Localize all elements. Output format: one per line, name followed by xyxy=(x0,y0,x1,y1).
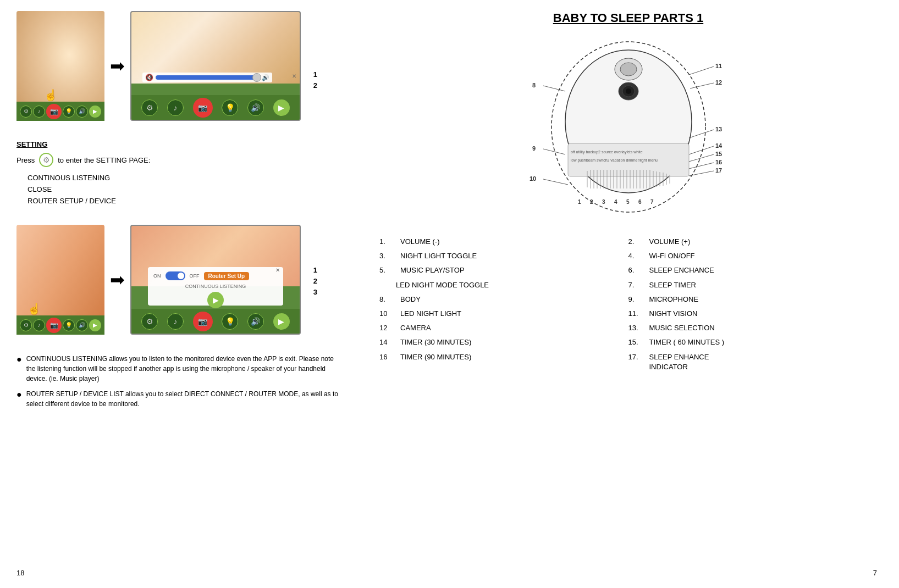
press-suffix: to enter the SETTING PAGE: xyxy=(58,156,150,164)
arrow-right-icon: ➡ xyxy=(110,56,125,76)
bottom-screenshot-row: ⚙ ♪ 📷 💡 🔊 ▶ ☝ ➡ ON OFF R xyxy=(16,225,341,335)
svg-line-45 xyxy=(690,83,714,88)
bullet-item-2: ● ROUTER SETUP / DEVICE LIST allows you … xyxy=(16,389,341,409)
svg-text:9: 9 xyxy=(532,145,536,152)
label-b1: 1 xyxy=(313,266,317,274)
svg-line-57 xyxy=(543,86,565,91)
part-5: 5. MUSIC PLAY/STOP xyxy=(379,265,628,275)
svg-text:3: 3 xyxy=(602,199,605,205)
part-6: 6. SLEEP ENCHANCE xyxy=(628,265,878,275)
bullet-dot-2: ● xyxy=(16,389,22,400)
right-panel: BABY TO SLEEP PARTS 1 off utility back xyxy=(357,0,899,588)
svg-text:4: 4 xyxy=(614,199,617,205)
parts-col-left: 1. VOLUME (-) 3. NIGHT LIGHT TOGGLE 5. M… xyxy=(379,237,628,372)
svg-point-3 xyxy=(620,63,637,76)
part-17: 17. SLEEP ENHANCEINDICATOR xyxy=(628,352,878,372)
svg-text:10: 10 xyxy=(530,175,536,182)
svg-line-53 xyxy=(689,163,714,169)
setting-press-row: Press ⚙ to enter the SETTING PAGE: xyxy=(16,153,341,167)
part-8: 8. BODY xyxy=(379,295,628,304)
bullet-section: ● CONTINUOUS LISTENING allows you to lis… xyxy=(16,354,341,414)
svg-line-61 xyxy=(543,179,568,185)
part-3: 3. NIGHT LIGHT TOGGLE xyxy=(379,251,628,261)
part-9: 9. MICROPHONE xyxy=(628,295,878,304)
setting-section: SETTING Press ⚙ to enter the SETTING PAG… xyxy=(16,140,341,208)
svg-text:low   pushbeam   switch2   vac: low pushbeam switch2 vacation dimmer/lig… xyxy=(571,158,658,163)
device-svg: off utility backup2 source overlayfcts w… xyxy=(491,36,766,218)
label-1: 1 xyxy=(313,70,317,79)
page-number-left: 18 xyxy=(16,569,341,577)
part-14: 14 TIMER (30 MINUTES) xyxy=(379,337,628,347)
bullet-text-2: ROUTER SETUP / DEVICE LIST allows you to… xyxy=(26,389,341,409)
bullet-text-1: CONTINUOUS LISTENING allows you to liste… xyxy=(26,354,341,384)
setting-item-3: ROUTER SETUP / DEVICE xyxy=(27,197,341,205)
svg-line-49 xyxy=(689,146,714,154)
label-b3: 3 xyxy=(313,288,317,296)
label-2: 2 xyxy=(313,81,317,90)
top-screenshot-row: ⚙ ♪ 📷 💡 🔊 ▶ ☝ ➡ 🔇 🔊 xyxy=(16,11,341,121)
gear-icon: ⚙ xyxy=(39,153,53,167)
part-13: 13. MUSIC SELECTION xyxy=(628,323,878,333)
part-11: 11. NIGHT VISION xyxy=(628,309,878,319)
svg-text:17: 17 xyxy=(715,167,722,174)
svg-point-6 xyxy=(626,88,631,94)
part-7: 7. SLEEP TIMER xyxy=(628,280,878,290)
device-diagram: off utility backup2 source overlayfcts w… xyxy=(379,36,877,218)
svg-text:12: 12 xyxy=(715,79,722,86)
part-15: 15. TIMER ( 60 MINUTES ) xyxy=(628,337,878,347)
svg-text:off   utility   backup2   sour: off utility backup2 source overlayfcts w… xyxy=(571,150,643,154)
part-1: 1. VOLUME (-) xyxy=(379,237,628,247)
svg-text:8: 8 xyxy=(532,82,536,88)
setting-list: CONTINOUS LISTENING CLOSE ROUTER SETUP /… xyxy=(27,174,341,205)
svg-line-47 xyxy=(689,130,714,138)
svg-text:16: 16 xyxy=(715,159,722,165)
page-title: BABY TO SLEEP PARTS 1 xyxy=(379,11,877,25)
bullet-item-1: ● CONTINUOUS LISTENING allows you to lis… xyxy=(16,354,341,384)
label-b2: 2 xyxy=(313,277,317,285)
bullet-dot-1: ● xyxy=(16,354,22,364)
page-number-right: 7 xyxy=(379,569,877,577)
part-5b: LED NIGHT MODE TOGGLE xyxy=(396,280,628,290)
part-10: 10 LED NIGHT LIGHT xyxy=(379,309,628,319)
parts-col-right: 2. VOLUME (+) 4. Wi-Fi ON/OFF 6. SLEEP E… xyxy=(628,237,878,372)
part-12: 12 CAMERA xyxy=(379,323,628,333)
svg-text:6: 6 xyxy=(638,199,642,205)
part-2: 2. VOLUME (+) xyxy=(628,237,878,247)
setting-item-2: CLOSE xyxy=(27,185,341,193)
part-4: 4. Wi-Fi ON/OFF xyxy=(628,251,878,261)
svg-text:13: 13 xyxy=(715,126,722,132)
screen-mockup-top: 🔇 🔊 ✕ ⚙ ♪ 📷 💡 🔊 ▶ xyxy=(130,11,301,121)
svg-text:14: 14 xyxy=(715,142,722,149)
svg-line-43 xyxy=(689,66,714,75)
svg-text:5: 5 xyxy=(626,199,630,205)
arrow-right-icon-2: ➡ xyxy=(110,269,125,290)
svg-text:2: 2 xyxy=(590,199,593,205)
press-text: Press xyxy=(16,156,35,164)
left-panel: ⚙ ♪ 📷 💡 🔊 ▶ ☝ ➡ 🔇 🔊 xyxy=(0,0,357,588)
parts-list: 1. VOLUME (-) 3. NIGHT LIGHT TOGGLE 5. M… xyxy=(379,237,877,372)
router-set-up-button[interactable]: Router Set Up xyxy=(204,272,250,280)
setting-title: SETTING xyxy=(16,140,341,148)
svg-text:7: 7 xyxy=(650,199,654,205)
svg-text:15: 15 xyxy=(715,151,722,157)
part-16: 16 TIMER (90 MINUTES) xyxy=(379,352,628,362)
svg-line-55 xyxy=(689,171,714,176)
screen-mockup-bottom: ON OFF Router Set Up CONTINUOUS LISTENIN… xyxy=(130,225,301,335)
svg-text:1: 1 xyxy=(578,199,581,205)
setting-item-1: CONTINOUS LISTENING xyxy=(27,174,341,182)
svg-text:11: 11 xyxy=(715,63,722,69)
